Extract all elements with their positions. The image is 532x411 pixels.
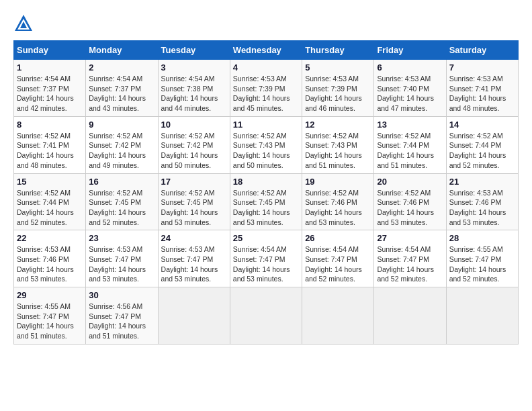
day-number: 14 — [449, 120, 515, 130]
day-number: 30 — [89, 290, 154, 300]
day-number: 22 — [17, 233, 83, 243]
table-row — [446, 287, 518, 345]
header-saturday: Saturday — [446, 41, 518, 60]
table-row: 15Sunrise: 4:52 AMSunset: 7:44 PMDayligh… — [14, 173, 86, 230]
table-row: 17Sunrise: 4:52 AMSunset: 7:45 PMDayligh… — [158, 173, 230, 230]
day-number: 24 — [161, 233, 227, 243]
table-row: 20Sunrise: 4:52 AMSunset: 7:46 PMDayligh… — [374, 173, 446, 230]
day-info: Sunrise: 4:52 AMSunset: 7:43 PMDaylight:… — [233, 131, 299, 171]
day-number: 26 — [305, 233, 371, 243]
day-info: Sunrise: 4:52 AMSunset: 7:46 PMDaylight:… — [377, 188, 443, 228]
header-sunday: Sunday — [14, 41, 86, 60]
table-row: 2Sunrise: 4:54 AMSunset: 7:37 PMDaylight… — [86, 60, 158, 117]
day-info: Sunrise: 4:53 AMSunset: 7:47 PMDaylight:… — [161, 244, 227, 284]
day-number: 9 — [89, 120, 154, 130]
table-row: 18Sunrise: 4:52 AMSunset: 7:45 PMDayligh… — [230, 173, 302, 230]
header-thursday: Thursday — [302, 41, 374, 60]
day-info: Sunrise: 4:52 AMSunset: 7:45 PMDaylight:… — [89, 188, 154, 228]
calendar-week-row: 29Sunrise: 4:55 AMSunset: 7:47 PMDayligh… — [14, 287, 519, 345]
table-row: 3Sunrise: 4:54 AMSunset: 7:38 PMDaylight… — [158, 60, 230, 117]
logo — [13, 13, 36, 34]
weekday-header-row: Sunday Monday Tuesday Wednesday Thursday… — [14, 41, 519, 60]
day-number: 23 — [89, 233, 154, 243]
day-info: Sunrise: 4:52 AMSunset: 7:41 PMDaylight:… — [17, 131, 83, 171]
table-row: 12Sunrise: 4:52 AMSunset: 7:43 PMDayligh… — [302, 116, 374, 173]
table-row: 27Sunrise: 4:54 AMSunset: 7:47 PMDayligh… — [374, 230, 446, 287]
day-number: 11 — [233, 120, 299, 130]
table-row: 10Sunrise: 4:52 AMSunset: 7:42 PMDayligh… — [158, 116, 230, 173]
table-row: 16Sunrise: 4:52 AMSunset: 7:45 PMDayligh… — [86, 173, 158, 230]
table-row: 26Sunrise: 4:54 AMSunset: 7:47 PMDayligh… — [302, 230, 374, 287]
day-info: Sunrise: 4:53 AMSunset: 7:46 PMDaylight:… — [17, 244, 83, 284]
day-number: 12 — [305, 120, 371, 130]
day-info: Sunrise: 4:53 AMSunset: 7:41 PMDaylight:… — [449, 74, 515, 113]
calendar-week-row: 8Sunrise: 4:52 AMSunset: 7:41 PMDaylight… — [14, 116, 519, 173]
table-row: 11Sunrise: 4:52 AMSunset: 7:43 PMDayligh… — [230, 116, 302, 173]
day-number: 3 — [161, 62, 227, 73]
day-info: Sunrise: 4:53 AMSunset: 7:40 PMDaylight:… — [377, 74, 443, 113]
header — [13, 13, 519, 34]
day-number: 27 — [377, 233, 443, 243]
day-number: 2 — [89, 62, 154, 73]
day-number: 20 — [377, 177, 443, 187]
day-info: Sunrise: 4:52 AMSunset: 7:45 PMDaylight:… — [233, 188, 299, 228]
header-tuesday: Tuesday — [158, 41, 230, 60]
table-row: 25Sunrise: 4:54 AMSunset: 7:47 PMDayligh… — [230, 230, 302, 287]
day-number: 5 — [305, 62, 371, 73]
header-wednesday: Wednesday — [230, 41, 302, 60]
day-number: 7 — [449, 62, 515, 73]
day-number: 10 — [161, 120, 227, 130]
day-number: 19 — [305, 177, 371, 187]
table-row: 23Sunrise: 4:53 AMSunset: 7:47 PMDayligh… — [86, 230, 158, 287]
day-info: Sunrise: 4:55 AMSunset: 7:47 PMDaylight:… — [449, 244, 515, 284]
day-info: Sunrise: 4:52 AMSunset: 7:45 PMDaylight:… — [161, 188, 227, 228]
day-info: Sunrise: 4:52 AMSunset: 7:44 PMDaylight:… — [377, 131, 443, 171]
day-info: Sunrise: 4:53 AMSunset: 7:39 PMDaylight:… — [233, 74, 299, 113]
day-number: 28 — [449, 233, 515, 243]
table-row — [302, 287, 374, 345]
day-number: 29 — [17, 290, 83, 300]
day-info: Sunrise: 4:53 AMSunset: 7:39 PMDaylight:… — [305, 74, 371, 113]
calendar-table: Sunday Monday Tuesday Wednesday Thursday… — [13, 40, 519, 345]
day-number: 13 — [377, 120, 443, 130]
header-friday: Friday — [374, 41, 446, 60]
day-number: 25 — [233, 233, 299, 243]
day-number: 18 — [233, 177, 299, 187]
table-row — [230, 287, 302, 345]
table-row: 8Sunrise: 4:52 AMSunset: 7:41 PMDaylight… — [14, 116, 86, 173]
table-row: 14Sunrise: 4:52 AMSunset: 7:44 PMDayligh… — [446, 116, 518, 173]
table-row — [374, 287, 446, 345]
day-number: 15 — [17, 177, 83, 187]
table-row: 24Sunrise: 4:53 AMSunset: 7:47 PMDayligh… — [158, 230, 230, 287]
day-info: Sunrise: 4:52 AMSunset: 7:42 PMDaylight:… — [89, 131, 154, 171]
day-info: Sunrise: 4:54 AMSunset: 7:47 PMDaylight:… — [233, 244, 299, 284]
table-row: 22Sunrise: 4:53 AMSunset: 7:46 PMDayligh… — [14, 230, 86, 287]
day-info: Sunrise: 4:52 AMSunset: 7:44 PMDaylight:… — [449, 131, 515, 171]
day-info: Sunrise: 4:52 AMSunset: 7:46 PMDaylight:… — [305, 188, 371, 228]
table-row: 7Sunrise: 4:53 AMSunset: 7:41 PMDaylight… — [446, 60, 518, 117]
calendar-week-row: 22Sunrise: 4:53 AMSunset: 7:46 PMDayligh… — [14, 230, 519, 287]
day-info: Sunrise: 4:53 AMSunset: 7:46 PMDaylight:… — [449, 188, 515, 228]
table-row: 21Sunrise: 4:53 AMSunset: 7:46 PMDayligh… — [446, 173, 518, 230]
table-row: 29Sunrise: 4:55 AMSunset: 7:47 PMDayligh… — [14, 287, 86, 345]
table-row: 5Sunrise: 4:53 AMSunset: 7:39 PMDaylight… — [302, 60, 374, 117]
day-info: Sunrise: 4:52 AMSunset: 7:42 PMDaylight:… — [161, 131, 227, 171]
header-monday: Monday — [86, 41, 158, 60]
day-number: 4 — [233, 62, 299, 73]
table-row: 1Sunrise: 4:54 AMSunset: 7:37 PMDaylight… — [14, 60, 86, 117]
day-number: 17 — [161, 177, 227, 187]
calendar-week-row: 1Sunrise: 4:54 AMSunset: 7:37 PMDaylight… — [14, 60, 519, 117]
day-info: Sunrise: 4:54 AMSunset: 7:37 PMDaylight:… — [17, 74, 83, 113]
table-row: 28Sunrise: 4:55 AMSunset: 7:47 PMDayligh… — [446, 230, 518, 287]
day-info: Sunrise: 4:54 AMSunset: 7:38 PMDaylight:… — [161, 74, 227, 113]
table-row: 19Sunrise: 4:52 AMSunset: 7:46 PMDayligh… — [302, 173, 374, 230]
day-number: 1 — [17, 62, 83, 73]
day-info: Sunrise: 4:53 AMSunset: 7:47 PMDaylight:… — [89, 244, 154, 284]
calendar-week-row: 15Sunrise: 4:52 AMSunset: 7:44 PMDayligh… — [14, 173, 519, 230]
table-row: 9Sunrise: 4:52 AMSunset: 7:42 PMDaylight… — [86, 116, 158, 173]
day-info: Sunrise: 4:54 AMSunset: 7:47 PMDaylight:… — [305, 244, 371, 284]
table-row: 13Sunrise: 4:52 AMSunset: 7:44 PMDayligh… — [374, 116, 446, 173]
day-number: 16 — [89, 177, 154, 187]
day-info: Sunrise: 4:54 AMSunset: 7:47 PMDaylight:… — [377, 244, 443, 284]
day-info: Sunrise: 4:52 AMSunset: 7:43 PMDaylight:… — [305, 131, 371, 171]
